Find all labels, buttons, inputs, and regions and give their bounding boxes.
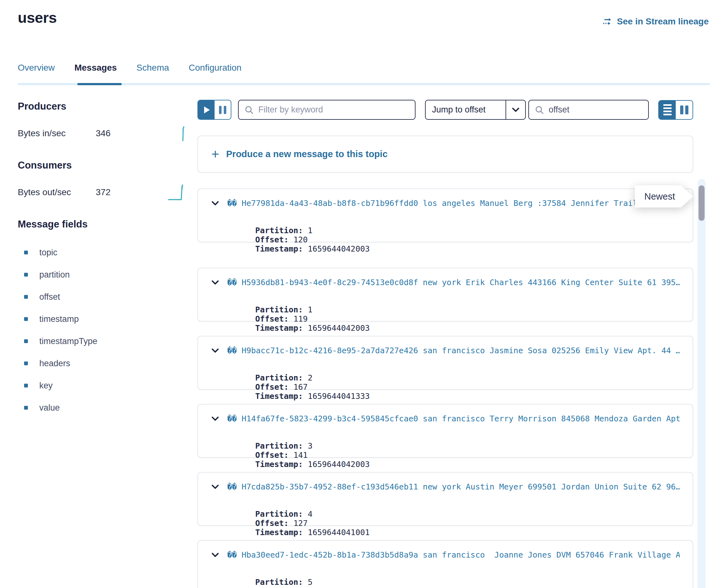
bytes-out-sparkline-icon — [168, 183, 186, 202]
partition-value: 3 — [303, 441, 312, 450]
messages-panel: Jump to offset + Produce a new message t… — [198, 100, 693, 588]
message-row[interactable]: �� H5936db81-b943-4e0f-8c29-74513e0c0d8f… — [198, 268, 693, 321]
chevron-down-icon[interactable] — [211, 279, 220, 287]
produce-message-label: Produce a new message to this topic — [226, 149, 388, 159]
message-meta: Partition: 4 Offset: 127 Timestamp: 1659… — [227, 500, 680, 546]
tab-messages[interactable]: Messages — [75, 63, 117, 81]
play-button[interactable] — [198, 101, 214, 119]
timestamp-value: 1659644042003 — [303, 323, 370, 333]
field-item-offset[interactable]: offset — [18, 286, 186, 308]
bullet-icon — [24, 361, 28, 365]
newest-tooltip-label: Newest — [635, 185, 693, 208]
bullet-icon — [24, 317, 28, 321]
tab-overview[interactable]: Overview — [18, 63, 55, 81]
partition-value: 5 — [303, 578, 312, 587]
stream-lineage-icon — [602, 17, 613, 26]
bullet-icon — [24, 339, 28, 343]
bytes-out-value: 372 — [96, 187, 110, 197]
plus-icon: + — [211, 148, 219, 161]
message-fields-heading: Message fields — [18, 218, 186, 230]
produce-message-button[interactable]: + Produce a new message to this topic — [198, 135, 693, 173]
bullet-icon — [24, 273, 28, 277]
producers-heading: Producers — [18, 101, 186, 112]
offset-value: 163 — [289, 587, 308, 588]
message-row[interactable]: �� Hba30eed7-1edc-452b-8b1a-738d3b5d8a9a… — [198, 540, 693, 588]
tab-underline-track — [18, 83, 710, 85]
topic-tabs: Overview Messages Schema Configuration — [18, 63, 242, 81]
list-view-button[interactable] — [659, 101, 676, 119]
stream-lineage-label: See in Stream lineage — [617, 17, 709, 27]
field-item-key[interactable]: key — [18, 375, 186, 397]
message-row[interactable]: �� H14fa67fe-5823-4299-b3c4-595845cfcae0… — [198, 404, 693, 458]
chevron-down-icon[interactable] — [211, 415, 220, 423]
message-value-preview: �� H9bacc71c-b12c-4216-8e95-2a7da727e426… — [227, 346, 680, 355]
message-value-preview: �� He77981da-4a43-48ab-b8f8-cb71b96ffdd0… — [227, 198, 647, 208]
offset-search-input[interactable] — [549, 105, 642, 115]
message-meta: Partition: 1 Offset: 119 Timestamp: 1659… — [227, 296, 680, 342]
chevron-down-icon[interactable] — [211, 551, 220, 559]
bytes-in-metric: Bytes in/sec 346 — [18, 125, 186, 141]
jump-to-offset-select[interactable]: Jump to offset — [425, 100, 526, 120]
list-view-icon — [663, 104, 672, 115]
bytes-in-value: 346 — [96, 128, 110, 139]
pause-icon — [219, 106, 226, 114]
message-row[interactable]: �� He77981da-4a43-48ab-b8f8-cb71b96ffdd0… — [198, 189, 693, 243]
newest-tooltip: Newest — [635, 185, 693, 208]
bullet-icon — [24, 384, 28, 387]
message-value-preview: �� Hba30eed7-1edc-452b-8b1a-738d3b5d8a9a… — [227, 550, 680, 560]
search-icon — [244, 105, 254, 115]
field-item-partition[interactable]: partition — [18, 264, 186, 286]
unknown-glyph-icon: �� — [227, 198, 242, 208]
timestamp-value: 1659644042003 — [303, 460, 370, 469]
offset-search-field — [528, 100, 649, 120]
keyword-filter-field — [238, 100, 415, 120]
unknown-glyph-icon: �� — [227, 278, 242, 287]
tab-schema[interactable]: Schema — [137, 63, 169, 81]
tab-configuration[interactable]: Configuration — [189, 63, 242, 81]
field-item-timestamp[interactable]: timestamp — [18, 308, 186, 330]
tab-active-indicator — [77, 83, 122, 85]
message-meta: Partition: 2 Offset: 167 Timestamp: 1659… — [227, 364, 680, 410]
message-meta: Partition: 1 Offset: 120 Timestamp: 1659… — [227, 217, 680, 262]
offset-value: 127 — [289, 519, 308, 528]
view-mode-toggle — [658, 100, 693, 120]
message-value-preview: �� H14fa67fe-5823-4299-b3c4-595845cfcae0… — [227, 414, 680, 423]
field-item-timestampType[interactable]: timestampType — [18, 330, 186, 352]
chevron-down-icon[interactable] — [211, 347, 220, 355]
bullet-icon — [24, 406, 28, 410]
chevron-down-icon[interactable] — [211, 200, 220, 207]
partition-value: 4 — [303, 509, 312, 519]
unknown-glyph-icon: �� — [227, 346, 242, 355]
timestamp-value: 1659644041333 — [303, 392, 370, 401]
field-item-topic[interactable]: topic — [18, 241, 186, 264]
page-title: users — [18, 9, 57, 26]
card-view-icon — [680, 105, 688, 114]
messages-scrollbar-thumb[interactable] — [699, 185, 705, 221]
message-row[interactable]: �� H9bacc71c-b12c-4216-8e95-2a7da727e426… — [198, 336, 693, 390]
bullet-icon — [24, 295, 28, 299]
message-fields-list: topic partition offset timestamp timesta… — [18, 241, 186, 419]
timestamp-value: 1659644041001 — [303, 528, 370, 537]
field-item-headers[interactable]: headers — [18, 352, 186, 375]
offset-value: 141 — [289, 450, 308, 460]
chevron-down-icon — [506, 101, 525, 119]
message-row[interactable]: �� H7cda825b-35b7-4952-88ef-c193d546eb11… — [198, 472, 693, 526]
message-meta: Partition: 5 Offset: 163 Timestamp: 1659… — [227, 568, 680, 588]
chevron-down-icon[interactable] — [211, 483, 220, 491]
stream-lineage-link[interactable]: See in Stream lineage — [602, 17, 709, 27]
message-value-preview: �� H7cda825b-35b7-4952-88ef-c193d546eb11… — [227, 482, 680, 491]
field-item-value[interactable]: value — [18, 397, 186, 419]
play-icon — [204, 106, 210, 113]
offset-value: 167 — [289, 382, 308, 392]
keyword-filter-input[interactable] — [258, 105, 409, 115]
timestamp-value: 1659644042003 — [303, 244, 370, 253]
bytes-in-sparkline-icon — [180, 125, 186, 143]
pause-button[interactable] — [214, 101, 231, 119]
card-view-button[interactable] — [676, 101, 693, 119]
bullet-icon — [24, 251, 28, 254]
bytes-in-label: Bytes in/sec — [18, 128, 96, 139]
offset-value: 120 — [289, 235, 308, 244]
messages-toolbar: Jump to offset — [198, 100, 693, 120]
metrics-sidebar: Producers Bytes in/sec 346 Consumers Byt… — [18, 101, 186, 419]
messages-scrollbar-track[interactable] — [698, 179, 705, 588]
